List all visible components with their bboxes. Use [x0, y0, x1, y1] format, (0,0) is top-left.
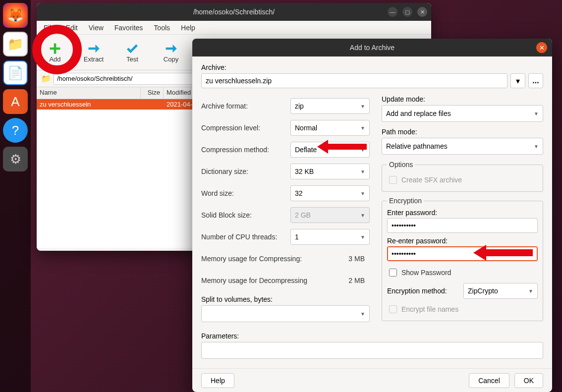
chevron-down-icon: ▼: [360, 191, 365, 196]
parameters-input[interactable]: [201, 342, 543, 359]
password-input[interactable]: [387, 218, 538, 233]
add-label: Add: [49, 56, 60, 63]
split-volumes-select[interactable]: ▼: [201, 305, 370, 322]
update-mode-select[interactable]: Add and replace files▼: [382, 105, 543, 122]
split-label: Split to volumes, bytes:: [201, 295, 370, 303]
menu-file[interactable]: File: [44, 24, 55, 32]
add-to-archive-dialog: Add to Archive ✕ Archive: ▾ ... Archive …: [192, 39, 552, 392]
test-label: Test: [126, 56, 138, 63]
memd-label: Memory usage for Decompressing: [201, 277, 307, 284]
help-button[interactable]: Help: [201, 373, 234, 388]
cancel-button[interactable]: Cancel: [469, 373, 509, 388]
level-label: Compression level:: [201, 124, 290, 132]
arrow-right-icon: [87, 42, 101, 56]
menu-favorites[interactable]: Favorites: [114, 24, 143, 32]
browse-button[interactable]: ...: [528, 73, 543, 88]
menubar: File Edit View Favorites Tools Help: [37, 21, 431, 35]
path-mode-label: Path mode:: [382, 128, 543, 136]
reenter-password-label: Re-enter password:: [387, 237, 538, 245]
copy-arrow-icon: [164, 42, 178, 56]
options-fieldset: Options Create SFX archive: [382, 161, 543, 192]
dock-help[interactable]: ?: [3, 118, 28, 143]
compression-level-select[interactable]: Normal▼: [290, 120, 370, 136]
cpu-threads-select[interactable]: 1▼: [290, 229, 370, 245]
options-legend: Options: [387, 161, 415, 168]
method-label: Compression method:: [201, 146, 290, 154]
window-title: /home/osoko/Schreibtisch/: [193, 8, 275, 16]
menu-tools[interactable]: Tools: [154, 24, 170, 32]
chevron-down-icon: ▼: [534, 111, 539, 116]
menu-edit[interactable]: Edit: [66, 24, 78, 32]
encryption-fieldset: Encryption Enter password: Re-enter pass…: [382, 197, 543, 321]
col-size[interactable]: Size: [141, 87, 164, 99]
update-mode-label: Update mode:: [382, 95, 543, 103]
encryption-method-select[interactable]: ZipCrypto▼: [463, 283, 538, 299]
chevron-down-icon: ▼: [360, 125, 365, 131]
dock-firefox[interactable]: 🦊: [3, 3, 28, 28]
reenter-password-input[interactable]: [387, 246, 538, 261]
maximize-icon[interactable]: ▢: [402, 7, 412, 17]
encryption-legend: Encryption: [387, 197, 424, 205]
chevron-down-icon: ▼: [528, 288, 533, 294]
dock-files[interactable]: 📁: [3, 32, 28, 56]
encrypt-filenames-checkbox: Encrypt file names: [387, 302, 538, 317]
add-button[interactable]: Add: [43, 42, 67, 63]
right-column: Update mode: Add and replace files▼ Path…: [382, 95, 543, 326]
copy-button[interactable]: Copy: [159, 42, 183, 63]
password-label: Enter password:: [387, 209, 538, 217]
folder-icon: 📁: [41, 74, 52, 83]
test-button[interactable]: Test: [120, 42, 145, 63]
dict-label: Dictionary size:: [201, 168, 290, 175]
extract-button[interactable]: Extract: [81, 42, 106, 63]
show-password-checkbox[interactable]: Show Password: [387, 265, 538, 280]
chevron-down-icon: ▼: [360, 234, 365, 240]
ok-button[interactable]: OK: [514, 373, 543, 388]
format-label: Archive format:: [201, 102, 290, 110]
enc-method-label: Encryption method:: [387, 287, 458, 295]
dialog-close-icon[interactable]: ✕: [536, 42, 547, 53]
solid-block-select: 2 GB▼: [290, 207, 370, 223]
plus-icon: [48, 42, 62, 56]
copy-label: Copy: [164, 56, 178, 63]
chevron-down-icon: ▼: [360, 104, 365, 109]
menu-help[interactable]: Help: [181, 24, 195, 32]
chevron-down-icon: ▼: [360, 311, 365, 317]
col-name[interactable]: Name: [37, 87, 141, 99]
word-size-select[interactable]: 32▼: [290, 185, 370, 201]
memd-value: 2 MB: [348, 277, 370, 284]
titlebar: /home/osoko/Schreibtisch/ — ▢ ✕: [37, 3, 431, 21]
dialog-title: Add to Archive: [350, 44, 394, 52]
ubuntu-dock: 🦊 📁 📄 A ? ⚙: [0, 0, 31, 392]
minimize-icon[interactable]: —: [388, 7, 397, 17]
dialog-footer: Help Cancel OK: [192, 368, 552, 392]
left-column: Archive format: zip▼ Compression level: …: [201, 95, 370, 326]
threads-label: Number of CPU threads:: [201, 233, 290, 241]
dock-software[interactable]: A: [3, 89, 28, 114]
archive-label: Archive:: [201, 63, 543, 71]
dock-writer[interactable]: 📄: [3, 60, 28, 85]
close-icon[interactable]: ✕: [417, 7, 427, 17]
path-mode-select[interactable]: Relative pathnames▼: [382, 138, 543, 155]
parameters-label: Parameters:: [201, 332, 543, 340]
menu-view[interactable]: View: [89, 24, 104, 32]
chevron-down-icon: ▼: [534, 144, 539, 149]
sfx-checkbox: Create SFX archive: [387, 172, 538, 187]
archive-dropdown-icon[interactable]: ▾: [510, 73, 525, 88]
chevron-down-icon: ▼: [360, 213, 365, 218]
dock-settings[interactable]: ⚙: [3, 147, 28, 171]
solid-label: Solid Block size:: [201, 211, 290, 219]
check-icon: [125, 42, 139, 56]
memc-label: Memory usage for Compressing:: [201, 255, 302, 263]
cell-size: [141, 101, 164, 108]
chevron-down-icon: ▼: [360, 147, 365, 153]
dialog-titlebar: Add to Archive ✕: [192, 39, 552, 56]
archive-name-input[interactable]: [201, 73, 507, 88]
extract-label: Extract: [84, 56, 104, 63]
memc-value: 3 MB: [348, 255, 370, 263]
chevron-down-icon: ▼: [360, 169, 365, 174]
dictionary-size-select[interactable]: 32 KB▼: [290, 164, 370, 179]
compression-method-select[interactable]: Deflate▼: [290, 142, 370, 158]
word-label: Word size:: [201, 189, 290, 197]
archive-format-select[interactable]: zip▼: [290, 98, 370, 114]
cell-name: zu verschluesseln: [37, 101, 141, 108]
